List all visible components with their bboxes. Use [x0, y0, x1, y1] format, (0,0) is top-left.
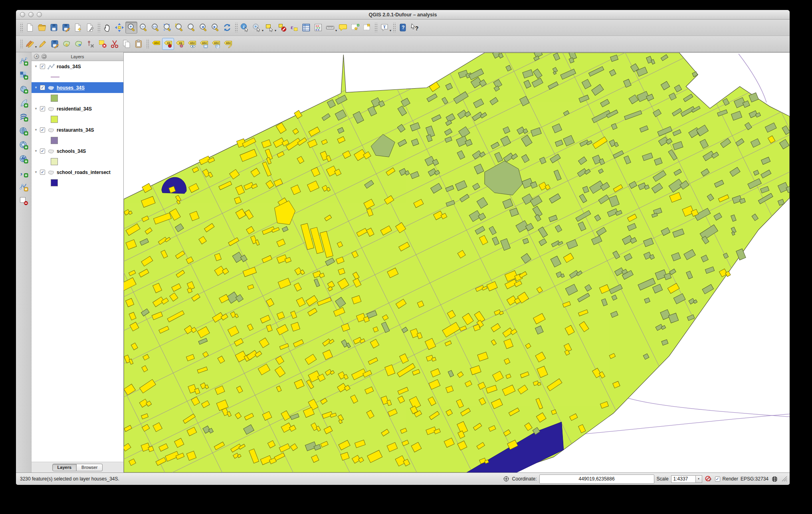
render-checkbox[interactable]: ✓: [715, 476, 720, 482]
save-project-button[interactable]: [48, 22, 60, 34]
crs-globe-icon[interactable]: [771, 475, 778, 483]
layer-item-schools_34S[interactable]: ▼✓schools_34S: [32, 146, 123, 156]
zoom-out-button[interactable]: −: [137, 22, 149, 34]
open-project-button[interactable]: [36, 22, 48, 34]
zoom-next-button[interactable]: ▸: [209, 22, 221, 34]
rotate-label-button[interactable]: abc: [210, 38, 222, 50]
add-vector-layer-button[interactable]: [18, 55, 29, 67]
text-annotation-button[interactable]: T: [378, 22, 390, 34]
resize-grip[interactable]: [782, 476, 787, 482]
pan-map-button[interactable]: [101, 22, 113, 34]
layer-checkbox[interactable]: ✓: [40, 148, 45, 154]
map-canvas[interactable]: [124, 52, 790, 472]
layer-expander-icon[interactable]: ▼: [34, 149, 39, 153]
change-label-properties-button[interactable]: abc: [222, 38, 234, 50]
current-edits-button[interactable]: [24, 38, 36, 50]
help-contents-button[interactable]: ?: [397, 22, 409, 34]
copy-features-icon: [122, 39, 131, 49]
scale-dropdown-icon[interactable]: ▾: [696, 475, 702, 483]
coordinate-input[interactable]: [539, 474, 654, 484]
new-shapefile-layer-button[interactable]: [18, 181, 29, 192]
layer-expander-icon[interactable]: ▼: [34, 107, 39, 111]
pan-to-selection-button[interactable]: [113, 22, 125, 34]
save-project-as-button[interactable]: [60, 22, 72, 34]
whats-this-button[interactable]: ?: [409, 22, 421, 34]
node-tool-button[interactable]: [85, 38, 97, 50]
composer-manager-button[interactable]: [84, 22, 96, 34]
select-features-button[interactable]: [263, 22, 275, 34]
zoom-to-selection-button[interactable]: [173, 22, 185, 34]
pan-to-selection-icon: [115, 23, 124, 32]
layer-expander-icon[interactable]: ▼: [34, 170, 39, 174]
paste-features-button[interactable]: [133, 38, 145, 50]
zoom-out-icon: −: [139, 23, 148, 32]
add-wfs-layer-button[interactable]: [18, 153, 29, 164]
add-wcs-layer-button[interactable]: [18, 139, 29, 150]
add-postgis-layer-button[interactable]: [18, 83, 29, 95]
scale-value[interactable]: 1:4337: [671, 475, 696, 483]
cut-features-button[interactable]: [109, 38, 121, 50]
labeling-button[interactable]: abc: [150, 38, 162, 50]
new-print-composer-button[interactable]: [72, 22, 84, 34]
new-bookmark-button[interactable]: [349, 22, 361, 34]
identify-features-button[interactable]: i: [239, 22, 251, 34]
layer-checkbox[interactable]: ✓: [40, 85, 45, 90]
open-attribute-table-button[interactable]: [300, 22, 312, 34]
run-feature-action-button[interactable]: [251, 22, 263, 34]
layer-item-school_roads_intersect[interactable]: ▼✓school_roads_intersect: [32, 167, 123, 178]
move-feature-button[interactable]: [73, 38, 85, 50]
save-layer-edits-button[interactable]: [49, 38, 61, 50]
zoom-in-button[interactable]: +: [125, 22, 137, 34]
layer-item-houses_34S[interactable]: ▼✓houses_34S: [32, 82, 123, 93]
layer-item-residential_34S[interactable]: ▼✓residential_34S: [32, 103, 123, 114]
add-wms-layer-button[interactable]: [18, 125, 29, 136]
scale-combobox[interactable]: 1:4337 ▾: [671, 475, 702, 483]
select-by-expression-button[interactable]: ε: [288, 22, 300, 34]
zoom-native-button[interactable]: 1:1: [149, 22, 161, 34]
delete-selected-button[interactable]: [97, 38, 109, 50]
new-project-button[interactable]: [24, 22, 36, 34]
show-bookmarks-button[interactable]: [361, 22, 373, 34]
panel-tab-layers[interactable]: Layers: [52, 464, 77, 471]
layer-expander-icon[interactable]: ▼: [34, 65, 39, 68]
add-mssql-layer-button[interactable]: [18, 111, 29, 123]
zoom-to-layer-button[interactable]: [185, 22, 197, 34]
layer-expander-icon[interactable]: ▼: [34, 128, 39, 132]
deselect-features-button[interactable]: [276, 22, 288, 34]
window-controls: [20, 12, 42, 17]
pin-label-button[interactable]: ab: [174, 38, 186, 50]
layer-checkbox[interactable]: ✓: [40, 64, 45, 69]
coordinate-capture-icon[interactable]: [503, 475, 510, 482]
add-raster-layer-button[interactable]: [18, 69, 29, 81]
zoom-full-button[interactable]: [161, 22, 173, 34]
map-tips-button[interactable]: [337, 22, 349, 34]
refresh-map-button[interactable]: [221, 22, 233, 34]
copy-features-button[interactable]: [121, 38, 133, 50]
pin-label-active-button[interactable]: ab: [162, 38, 174, 50]
layer-expander-icon[interactable]: ▼: [34, 86, 39, 89]
zoom-window-button[interactable]: [37, 12, 42, 17]
add-feature-button[interactable]: [61, 38, 73, 50]
add-delimited-text-layer-button[interactable]: ,: [18, 167, 29, 178]
add-spatialite-layer-button[interactable]: [18, 97, 29, 109]
show-hide-labels-button[interactable]: abc: [186, 38, 198, 50]
panel-tab-browser[interactable]: Browser: [77, 464, 103, 471]
field-calculator-button[interactable]: [312, 22, 324, 34]
layer-item-restaurants_34S[interactable]: ▼✓restaurants_34S: [32, 125, 123, 135]
close-window-button[interactable]: [20, 12, 25, 17]
save-layer-edits-icon: [50, 39, 59, 49]
qgis-window: QGIS 2.0.1-Dufour – analysis +−1:1◂▸i▾▾ε…: [16, 10, 790, 485]
toggle-editing-button[interactable]: [37, 38, 49, 50]
layer-checkbox[interactable]: ✓: [40, 170, 45, 175]
layer-checkbox[interactable]: ✓: [40, 127, 45, 132]
zoom-last-button[interactable]: ◂: [197, 22, 209, 34]
add-feature-icon: [62, 39, 71, 49]
measure-button[interactable]: [324, 22, 336, 34]
layer-checkbox[interactable]: ✓: [40, 106, 45, 111]
remove-layer-button[interactable]: [18, 195, 29, 206]
minimize-window-button[interactable]: [28, 12, 34, 17]
stop-render-icon[interactable]: [705, 475, 713, 483]
titlebar[interactable]: QGIS 2.0.1-Dufour – analysis: [16, 10, 790, 20]
move-label-button[interactable]: abc: [198, 38, 210, 50]
layer-item-roads_34S[interactable]: ▼✓roads_34S: [32, 61, 123, 72]
